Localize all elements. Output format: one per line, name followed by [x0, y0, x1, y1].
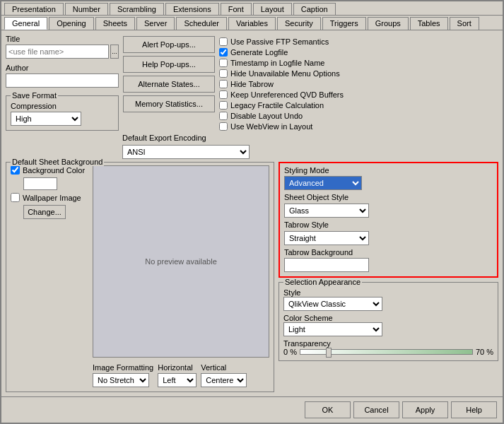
- transparency-left: 0 %: [283, 348, 297, 356]
- author-input[interactable]: [6, 73, 119, 88]
- passive-ftp-checkbox[interactable]: [219, 37, 228, 46]
- browse-button[interactable]: ...: [110, 45, 119, 59]
- horizontal-label: Horizontal: [158, 363, 197, 372]
- tab-scheduler[interactable]: Scheduler: [176, 17, 227, 30]
- check-hide-menu: Hide Unavailable Menu Options: [219, 69, 498, 78]
- color-swatch[interactable]: [23, 177, 57, 190]
- style-select[interactable]: QlikView Classic Checkbox LED: [283, 297, 382, 311]
- main-dialog: Presentation Number Scrambling Extension…: [0, 0, 504, 424]
- memory-statistics-button[interactable]: Memory Statistics...: [123, 95, 215, 112]
- tab-opening[interactable]: Opening: [49, 17, 94, 30]
- tabrow-bg-swatch[interactable]: [284, 258, 369, 272]
- save-format-legend: Save Format: [11, 91, 58, 100]
- image-formatting-label: Image Formatting: [93, 363, 153, 372]
- top-section: Title ... Author Save Format Compression: [6, 35, 498, 131]
- bg-color-row: Background Color: [11, 165, 88, 175]
- preview-area: No preview available: [93, 165, 269, 358]
- tab-triggers[interactable]: Triggers: [322, 17, 366, 30]
- style-label: Style: [283, 288, 300, 297]
- unreferenced-qvd-checkbox[interactable]: [219, 90, 228, 99]
- style-row: Style QlikView Classic Checkbox LED: [283, 288, 493, 311]
- check-generate-logfile: Generate Logfile: [219, 48, 498, 57]
- preview-text: No preview available: [145, 257, 217, 266]
- transparency-row: Transparency 0 % 70 %: [283, 339, 493, 356]
- slider-thumb[interactable]: [326, 348, 332, 358]
- passive-ftp-label: Use Passive FTP Semantics: [230, 37, 329, 46]
- vertical-select[interactable]: Top Centered Bottom: [201, 373, 247, 387]
- export-encoding-row: Default Export Encoding: [122, 134, 498, 142]
- check-hide-tabrow: Hide Tabrow: [219, 80, 498, 88]
- tab-caption[interactable]: Caption: [293, 3, 336, 15]
- title-input[interactable]: [6, 45, 109, 59]
- compression-group: Compression High Medium Low None: [11, 102, 114, 126]
- author-group: Author: [6, 64, 119, 90]
- right-top: Alert Pop-ups... Help Pop-ups... Alterna…: [123, 35, 498, 131]
- slider-track: [300, 349, 473, 355]
- help-button[interactable]: Help: [451, 401, 497, 418]
- tab-tables[interactable]: Tables: [410, 17, 448, 30]
- tab-sort[interactable]: Sort: [450, 17, 479, 30]
- tab-server[interactable]: Server: [136, 17, 175, 30]
- tab-layout[interactable]: Layout: [253, 3, 292, 15]
- image-formatting-select[interactable]: No Stretch Fill Fit Stretch: [93, 373, 149, 387]
- tab-general[interactable]: General: [4, 17, 47, 30]
- alternate-states-button[interactable]: Alternate States...: [123, 76, 215, 93]
- tab-groups[interactable]: Groups: [368, 17, 409, 30]
- generate-logfile-checkbox[interactable]: [219, 48, 228, 57]
- title-label: Title: [6, 35, 119, 43]
- check-passive-ftp: Use Passive FTP Semantics: [219, 37, 498, 46]
- tab-presentation[interactable]: Presentation: [4, 3, 64, 15]
- horizontal-select[interactable]: Left Center Right: [158, 373, 197, 387]
- left-col: Title ... Author Save Format Compression: [6, 35, 119, 131]
- hide-menu-label: Hide Unavailable Menu Options: [230, 69, 340, 78]
- tab-number[interactable]: Number: [65, 3, 108, 15]
- export-encoding-select-row: ANSI UTF-8 UTF-16: [122, 145, 498, 159]
- sheet-bg-inner: Background Color Wallpaper Image Change.…: [11, 165, 269, 387]
- wallpaper-checkbox[interactable]: [11, 193, 20, 202]
- color-scheme-select[interactable]: Light Dark Custom: [283, 322, 382, 336]
- tab-scrambling[interactable]: Scrambling: [110, 3, 164, 15]
- bg-color-checkbox[interactable]: [11, 165, 20, 175]
- tab-sheets[interactable]: Sheets: [95, 17, 135, 30]
- save-format-box: Save Format Compression High Medium Low …: [6, 95, 119, 131]
- help-popups-button[interactable]: Help Pop-ups...: [123, 56, 215, 73]
- webview-checkbox[interactable]: [219, 122, 228, 131]
- apply-button[interactable]: Apply: [402, 401, 448, 418]
- tab-extensions[interactable]: Extensions: [165, 3, 219, 15]
- styling-mode-select[interactable]: Advanced Simple: [284, 176, 362, 190]
- styling-mode-box: Styling Mode Advanced Simple Sheet Objec…: [279, 162, 498, 278]
- tab-variables[interactable]: Variables: [228, 17, 276, 30]
- horizontal-group: Horizontal Left Center Right: [158, 363, 197, 387]
- sheet-object-section: Sheet Object Style Glass Default Simplif…: [284, 193, 493, 218]
- disable-layout-checkbox[interactable]: [219, 112, 228, 120]
- change-button[interactable]: Change...: [23, 205, 66, 219]
- timestamp-checkbox[interactable]: [219, 59, 228, 67]
- hide-menu-checkbox[interactable]: [219, 69, 228, 78]
- tabrow-bg-label: Tabrow Background: [284, 248, 353, 257]
- timestamp-label: Timestamp in Logfile Name: [230, 59, 324, 67]
- transparency-right: 70 %: [476, 348, 493, 356]
- vertical-group: Vertical Top Centered Bottom: [201, 363, 247, 387]
- author-label: Author: [6, 64, 119, 72]
- ok-button[interactable]: OK: [305, 401, 351, 418]
- hide-tabrow-checkbox[interactable]: [219, 80, 228, 88]
- check-disable-layout: Disable Layout Undo: [219, 112, 498, 120]
- wallpaper-check-row: Wallpaper Image: [11, 193, 88, 202]
- cancel-button[interactable]: Cancel: [353, 401, 399, 418]
- vertical-label: Vertical: [201, 363, 247, 372]
- checkboxes-col: Use Passive FTP Semantics Generate Logfi…: [219, 37, 498, 131]
- compression-select[interactable]: High Medium Low None: [11, 112, 81, 126]
- tabrow-style-select[interactable]: Straight Rounded Classic: [284, 231, 369, 245]
- tab-security[interactable]: Security: [277, 17, 321, 30]
- buttons-col: Alert Pop-ups... Help Pop-ups... Alterna…: [123, 35, 215, 131]
- sheet-bg-box: Default Sheet Background Background Colo…: [6, 162, 274, 392]
- tabrow-bg-section: Tabrow Background: [284, 248, 493, 272]
- legacy-fractile-label: Legacy Fractile Calculation: [230, 101, 324, 110]
- alert-popups-button[interactable]: Alert Pop-ups...: [123, 36, 215, 53]
- tab-font[interactable]: Font: [221, 3, 252, 15]
- image-formatting-group: Image Formatting No Stretch Fill Fit Str…: [93, 363, 153, 387]
- sheet-object-select[interactable]: Glass Default Simplified: [284, 204, 369, 218]
- export-encoding-select[interactable]: ANSI UTF-8 UTF-16: [122, 145, 250, 159]
- hide-tabrow-label: Hide Tabrow: [230, 80, 274, 88]
- legacy-fractile-checkbox[interactable]: [219, 101, 228, 110]
